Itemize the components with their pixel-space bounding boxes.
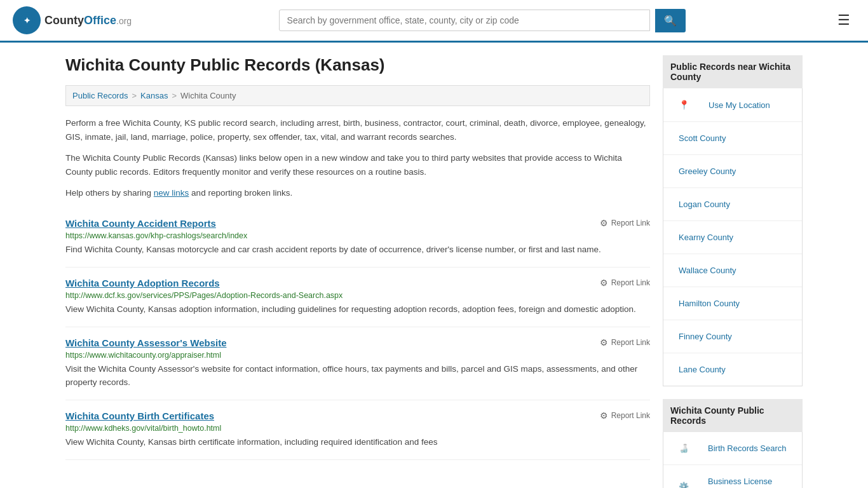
records-list: Wichita County Accident Reports ⚙ Report…	[65, 208, 650, 460]
main-container: Wichita County Public Records (Kansas) P…	[53, 43, 815, 488]
nearby-county-label-3: Kearny County	[671, 227, 741, 248]
record-desc-2: Visit the Wichita County Assessor's webs…	[65, 363, 650, 390]
sidebar-record-label-1: Business License Search	[700, 471, 794, 488]
record-desc-1: View Wichita County, Kansas adoption inf…	[65, 303, 650, 316]
desc3-post: and reporting broken links.	[189, 188, 292, 198]
sidebar-record-link-1[interactable]: ⚙️Business License Search	[663, 465, 802, 488]
report-icon-2: ⚙	[600, 337, 608, 348]
record-url-2: https://www.wichitacounty.org/appraiser.…	[65, 351, 650, 360]
record-title-2[interactable]: Wichita County Assessor's Website	[65, 337, 227, 348]
svg-text:✦: ✦	[24, 16, 31, 25]
report-icon-0: ⚙	[600, 218, 608, 228]
record-item: Wichita County Assessor's Website ⚙ Repo…	[65, 327, 650, 400]
report-link-0[interactable]: ⚙ Report Link	[600, 218, 650, 228]
record-url-0: https://www.kansas.gov/khp-crashlogs/sea…	[65, 231, 650, 240]
sidebar-record-link-0[interactable]: 🍶Birth Records Search	[663, 432, 802, 464]
breadcrumb-sep-1: >	[132, 91, 137, 100]
record-url-3: http://www.kdheks.gov/vital/birth_howto.…	[65, 424, 650, 433]
record-item: Wichita County Accident Reports ⚙ Report…	[65, 208, 650, 268]
description-1: Perform a free Wichita County, KS public…	[65, 116, 650, 144]
description-2: The Wichita County Public Records (Kansa…	[65, 151, 650, 179]
nearby-county-0[interactable]: Scott County	[663, 122, 802, 154]
logo-text: CountyOffice.org	[44, 14, 132, 27]
record-url-1: http://www.dcf.ks.gov/services/PPS/Pages…	[65, 291, 650, 300]
hamburger-icon: ☰	[837, 12, 850, 28]
nearby-county-2[interactable]: Logan County	[663, 188, 802, 220]
location-icon: 📍	[671, 94, 697, 116]
nearby-county-6[interactable]: Finney County	[663, 320, 802, 353]
breadcrumb-public-records[interactable]: Public Records	[72, 91, 128, 100]
search-area: 🔍	[279, 9, 686, 32]
record-desc-3: View Wichita County, Kansas birth certif…	[65, 436, 650, 449]
nearby-county-label-6: Finney County	[671, 326, 740, 347]
logo-area: ✦ CountyOffice.org	[13, 6, 132, 34]
report-icon-3: ⚙	[600, 410, 608, 421]
report-link-label-1: Report Link	[611, 278, 650, 287]
use-my-location[interactable]: 📍Use My Location	[663, 88, 802, 121]
report-link-1[interactable]: ⚙ Report Link	[600, 278, 650, 288]
breadcrumb: Public Records > Kansas > Wichita County	[65, 85, 650, 106]
breadcrumb-current: Wichita County	[180, 91, 236, 100]
page-title: Wichita County Public Records (Kansas)	[65, 55, 650, 75]
records-section: Wichita County Public Records 🍶Birth Rec…	[663, 399, 803, 488]
record-item: Wichita County Adoption Records ⚙ Report…	[65, 268, 650, 327]
nearby-counties-list: 📍Use My LocationScott CountyGreeley Coun…	[663, 88, 803, 386]
search-input[interactable]	[279, 10, 650, 31]
record-title-3[interactable]: Wichita County Birth Certificates	[65, 410, 214, 421]
use-location-label: Use My Location	[701, 95, 778, 116]
report-link-3[interactable]: ⚙ Report Link	[600, 410, 650, 421]
desc3-pre: Help others by sharing	[65, 188, 154, 198]
nearby-county-label-2: Logan County	[671, 194, 738, 215]
nearby-section: Public Records near Wichita County 📍Use …	[663, 55, 803, 386]
report-link-label-2: Report Link	[611, 338, 650, 347]
record-links-list: 🍶Birth Records Search⚙️Business License …	[663, 432, 803, 488]
breadcrumb-sep-2: >	[172, 91, 177, 100]
header: ✦ CountyOffice.org 🔍 ☰	[0, 0, 868, 43]
sidebar: Public Records near Wichita County 📍Use …	[663, 55, 803, 488]
description-3: Help others by sharing new links and rep…	[65, 186, 650, 200]
business-icon: ⚙️	[671, 476, 696, 489]
nearby-county-3[interactable]: Kearny County	[663, 221, 802, 254]
new-links-link[interactable]: new links	[154, 188, 189, 198]
nearby-county-4[interactable]: Wallace County	[663, 254, 802, 287]
nearby-county-label-5: Hamilton County	[671, 293, 747, 314]
record-item: Wichita County Birth Certificates ⚙ Repo…	[65, 400, 650, 460]
hamburger-menu-button[interactable]: ☰	[832, 10, 855, 31]
record-desc-0: Find Wichita County, Kansas motorcycle a…	[65, 243, 650, 257]
nearby-section-title: Public Records near Wichita County	[663, 55, 803, 88]
breadcrumb-kansas[interactable]: Kansas	[140, 91, 168, 100]
report-icon-1: ⚙	[600, 278, 608, 288]
search-icon: 🔍	[664, 15, 677, 26]
nearby-county-label-7: Lane County	[671, 359, 733, 380]
nearby-county-label-4: Wallace County	[671, 260, 744, 281]
nearby-county-label-1: Greeley County	[671, 161, 743, 182]
logo-icon: ✦	[13, 6, 41, 34]
nearby-county-7[interactable]: Lane County	[663, 353, 802, 386]
nearby-county-5[interactable]: Hamilton County	[663, 287, 802, 320]
birth-icon: 🍶	[671, 438, 696, 459]
nearby-county-label-0: Scott County	[671, 128, 733, 149]
sidebar-record-label-0: Birth Records Search	[700, 438, 794, 459]
search-button[interactable]: 🔍	[655, 9, 686, 32]
report-link-label-3: Report Link	[611, 411, 650, 420]
records-section-title: Wichita County Public Records	[663, 399, 803, 432]
record-title-0[interactable]: Wichita County Accident Reports	[65, 218, 216, 229]
report-link-2[interactable]: ⚙ Report Link	[600, 337, 650, 348]
content-area: Wichita County Public Records (Kansas) P…	[65, 55, 650, 488]
nearby-county-1[interactable]: Greeley County	[663, 155, 802, 187]
record-title-1[interactable]: Wichita County Adoption Records	[65, 278, 220, 288]
report-link-label-0: Report Link	[611, 219, 650, 227]
